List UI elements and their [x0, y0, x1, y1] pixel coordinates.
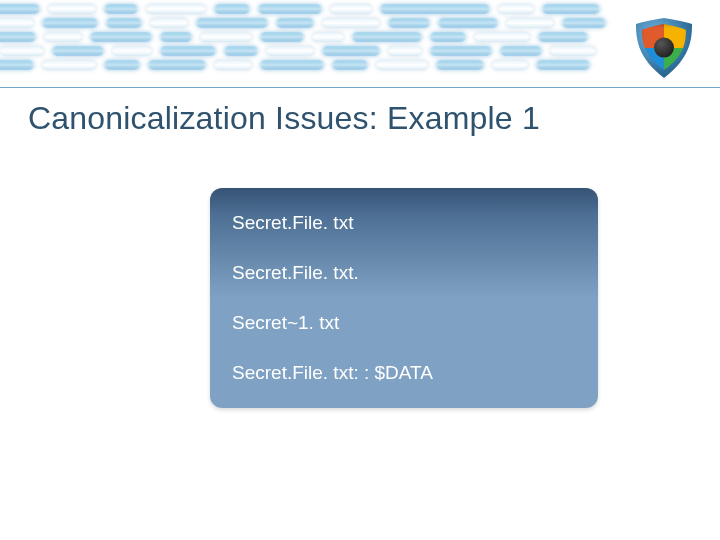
example-panel: Secret.File. txt Secret.File. txt. Secre…: [210, 188, 598, 408]
top-decor-band: [0, 0, 720, 80]
filename-variant: Secret.File. txt.: [232, 262, 576, 284]
shield-icon: [632, 16, 696, 80]
filename-variant: Secret.File. txt: : $DATA: [232, 362, 576, 384]
filename-variant: Secret.File. txt: [232, 212, 576, 234]
filename-variant: Secret~1. txt: [232, 312, 576, 334]
decor-pills: [0, 0, 720, 80]
slide-title: Canonicalization Issues: Example 1: [28, 100, 540, 137]
slide: Canonicalization Issues: Example 1 Secre…: [0, 0, 720, 540]
title-rule: [0, 87, 720, 88]
